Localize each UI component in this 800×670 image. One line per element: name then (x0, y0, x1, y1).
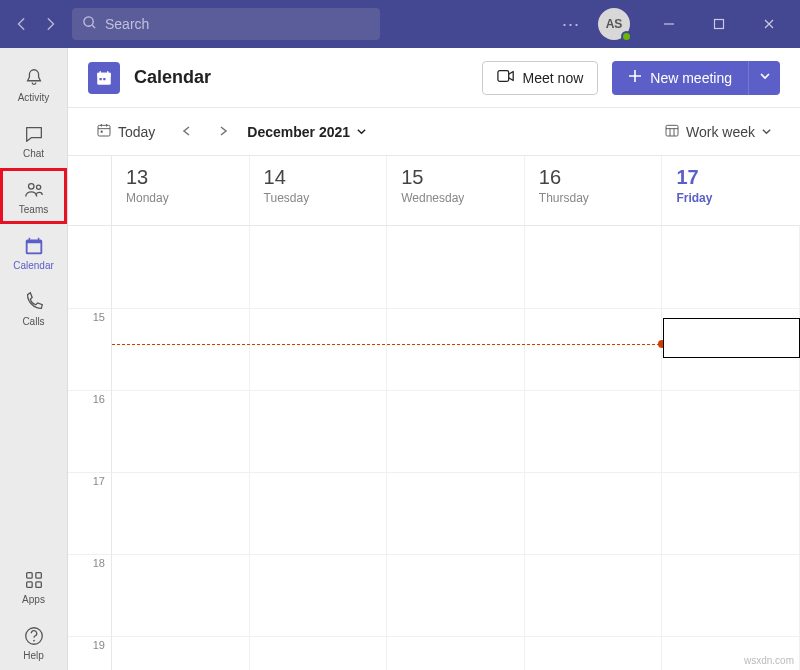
rail-chat[interactable]: Chat (0, 112, 67, 168)
time-slot[interactable] (112, 390, 250, 472)
time-slot[interactable] (662, 472, 800, 554)
time-slot[interactable] (387, 554, 525, 636)
svg-point-11 (33, 639, 35, 641)
time-slot[interactable] (525, 226, 663, 308)
rail-teams[interactable]: Teams (0, 168, 67, 224)
search-icon (82, 15, 97, 34)
time-slot[interactable] (525, 308, 663, 390)
titlebar: ··· AS (0, 0, 800, 48)
svg-rect-17 (98, 125, 110, 136)
hour-label: 19 (68, 636, 112, 670)
rail-label: Apps (22, 594, 45, 605)
svg-rect-13 (97, 72, 111, 76)
phone-icon (22, 290, 46, 314)
time-slot[interactable] (112, 554, 250, 636)
time-slot[interactable] (112, 226, 250, 308)
time-slot[interactable] (250, 390, 388, 472)
rail-calendar[interactable]: Calendar (0, 224, 67, 280)
hour-label: 18 (68, 554, 112, 636)
avatar[interactable]: AS (598, 8, 630, 40)
hour-label: 16 (68, 390, 112, 472)
rail-label: Teams (19, 204, 48, 215)
time-slot[interactable] (250, 636, 388, 670)
new-meeting-label: New meeting (650, 70, 732, 86)
back-button[interactable] (8, 10, 36, 38)
plus-icon (628, 69, 642, 86)
time-slot[interactable] (112, 308, 250, 390)
new-meeting-button[interactable]: New meeting (612, 61, 748, 95)
svg-rect-7 (35, 572, 41, 578)
week-view-icon (664, 122, 680, 141)
forward-button[interactable] (36, 10, 64, 38)
time-slot[interactable] (250, 554, 388, 636)
day-name: Tuesday (264, 191, 373, 205)
time-slot[interactable] (112, 472, 250, 554)
hour-label: 17 (68, 472, 112, 554)
month-picker[interactable]: December 2021 (247, 124, 367, 140)
time-slot[interactable] (525, 554, 663, 636)
today-label: Today (118, 124, 155, 140)
rail-help[interactable]: Help (0, 614, 67, 670)
chevron-down-icon (761, 124, 772, 140)
day-number: 13 (126, 166, 235, 189)
video-icon (497, 69, 515, 86)
next-week-button[interactable] (211, 120, 235, 144)
day-header[interactable]: 13 Monday (112, 156, 250, 225)
time-slot[interactable] (250, 472, 388, 554)
today-button[interactable]: Today (88, 118, 163, 145)
search-box[interactable] (72, 8, 380, 40)
rail-label: Activity (18, 92, 50, 103)
people-icon (22, 178, 46, 202)
rail-activity[interactable]: Activity (0, 56, 67, 112)
rail-apps[interactable]: Apps (0, 558, 67, 614)
day-name: Thursday (539, 191, 648, 205)
time-slot[interactable] (250, 226, 388, 308)
prev-week-button[interactable] (175, 120, 199, 144)
more-button[interactable]: ··· (552, 8, 590, 41)
svg-rect-6 (26, 572, 32, 578)
day-name: Wednesday (401, 191, 510, 205)
calendar-grid[interactable]: 1516171819 (68, 226, 800, 670)
rail-label: Help (23, 650, 44, 661)
chevron-down-icon (759, 70, 771, 85)
day-header[interactable]: 15 Wednesday (387, 156, 525, 225)
day-header-today[interactable]: 17 Friday (662, 156, 800, 225)
time-slot[interactable] (525, 636, 663, 670)
new-meeting-dropdown[interactable] (748, 61, 780, 95)
time-slot[interactable] (525, 390, 663, 472)
help-icon (22, 624, 46, 648)
avatar-initials: AS (606, 17, 623, 31)
view-picker[interactable]: Work week (656, 118, 780, 145)
time-slot[interactable] (387, 472, 525, 554)
time-slot[interactable] (662, 554, 800, 636)
meet-now-button[interactable]: Meet now (482, 61, 599, 95)
chat-icon (22, 122, 46, 146)
time-slot-selection[interactable] (663, 318, 800, 358)
rail-label: Chat (23, 148, 44, 159)
meet-now-label: Meet now (523, 70, 584, 86)
day-header[interactable]: 14 Tuesday (250, 156, 388, 225)
apps-icon (22, 568, 46, 592)
day-header[interactable]: 16 Thursday (525, 156, 663, 225)
time-slot[interactable] (387, 636, 525, 670)
svg-rect-8 (26, 581, 32, 587)
month-label-text: December 2021 (247, 124, 350, 140)
hour-label (68, 226, 112, 308)
close-button[interactable] (746, 8, 792, 40)
time-slot[interactable] (250, 308, 388, 390)
time-slot[interactable] (387, 308, 525, 390)
search-input[interactable] (105, 16, 370, 32)
page-title: Calendar (134, 67, 211, 88)
svg-rect-14 (100, 78, 102, 80)
time-slot[interactable] (112, 636, 250, 670)
minimize-button[interactable] (646, 8, 692, 40)
time-slot[interactable] (387, 390, 525, 472)
svg-rect-18 (101, 131, 103, 133)
bell-icon (22, 66, 46, 90)
time-slot[interactable] (662, 226, 800, 308)
time-slot[interactable] (662, 390, 800, 472)
maximize-button[interactable] (696, 8, 742, 40)
time-slot[interactable] (525, 472, 663, 554)
time-slot[interactable] (387, 226, 525, 308)
rail-calls[interactable]: Calls (0, 280, 67, 336)
